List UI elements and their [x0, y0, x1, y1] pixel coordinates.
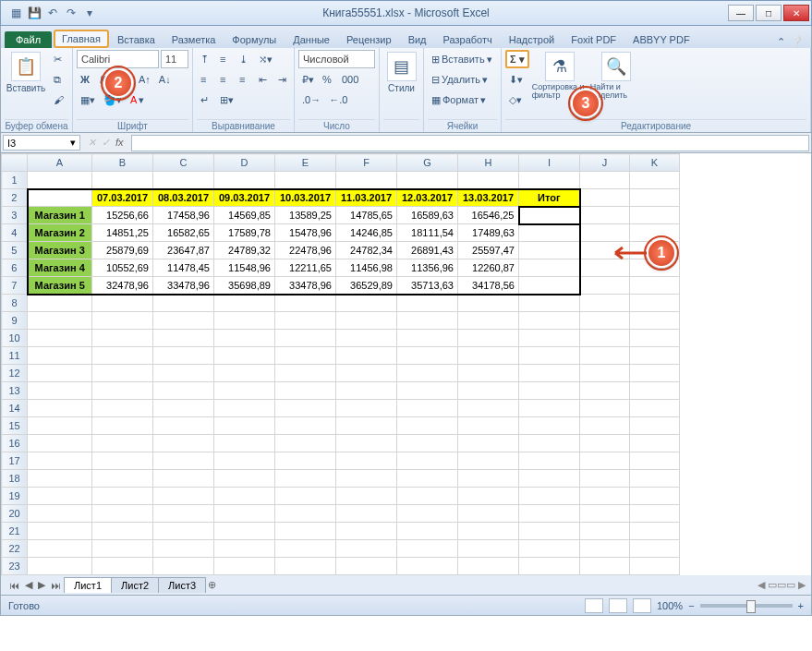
row-header-9[interactable]: 9: [2, 312, 28, 330]
row-header-22[interactable]: 22: [2, 540, 28, 558]
row-header-23[interactable]: 23: [2, 558, 28, 575]
cell-C2[interactable]: 08.03.2017: [153, 189, 214, 207]
cell-F13[interactable]: [336, 382, 397, 400]
cell-B11[interactable]: [92, 347, 153, 365]
cell-E2[interactable]: 10.03.2017: [275, 189, 336, 207]
row-header-1[interactable]: 1: [2, 172, 28, 189]
cell-K16[interactable]: [630, 435, 680, 452]
tab-abbyy[interactable]: ABBYY PDF: [624, 30, 698, 48]
cell-D6[interactable]: 11548,96: [214, 259, 275, 277]
cell-F7[interactable]: 36529,89: [336, 277, 397, 295]
cell-C22[interactable]: [153, 540, 214, 558]
save-icon[interactable]: 💾: [27, 6, 42, 20]
cell-B15[interactable]: [92, 417, 153, 435]
align-left-button[interactable]: ≡: [197, 70, 215, 89]
row-header-17[interactable]: 17: [2, 452, 28, 470]
cell-A17[interactable]: [28, 452, 92, 470]
increase-decimal-button[interactable]: .0→: [298, 90, 324, 109]
cell-G18[interactable]: [397, 470, 458, 488]
cell-F3[interactable]: 14785,65: [336, 207, 397, 224]
cell-H5[interactable]: 25597,47: [458, 242, 519, 259]
cell-E14[interactable]: [275, 400, 336, 417]
fill-button[interactable]: ⬇▾: [505, 70, 529, 89]
cell-J9[interactable]: [580, 312, 630, 330]
cell-B23[interactable]: [92, 558, 153, 575]
cell-H15[interactable]: [458, 417, 519, 435]
column-header-J[interactable]: J: [580, 154, 630, 172]
row-header-19[interactable]: 19: [2, 488, 28, 505]
cell-D5[interactable]: 24789,32: [214, 242, 275, 259]
cell-E1[interactable]: [275, 172, 336, 189]
cell-E12[interactable]: [275, 365, 336, 382]
cell-F12[interactable]: [336, 365, 397, 382]
cell-K2[interactable]: [630, 189, 680, 207]
tab-developer[interactable]: Разработч: [435, 30, 501, 48]
cell-A3[interactable]: Магазин 1: [28, 207, 92, 224]
cell-J19[interactable]: [580, 488, 630, 505]
cell-H22[interactable]: [458, 540, 519, 558]
cell-B17[interactable]: [92, 452, 153, 470]
tab-addins[interactable]: Надстрой: [501, 30, 563, 48]
sheet-nav-first-icon[interactable]: ⏮: [6, 580, 22, 591]
cell-F4[interactable]: 14246,85: [336, 224, 397, 242]
new-sheet-icon[interactable]: ⊕: [205, 579, 219, 591]
cell-J2[interactable]: [580, 189, 630, 207]
align-center-button[interactable]: ≡: [216, 70, 235, 89]
cell-H9[interactable]: [458, 312, 519, 330]
cell-D13[interactable]: [214, 382, 275, 400]
enter-icon[interactable]: ✓: [102, 137, 110, 149]
cell-H13[interactable]: [458, 382, 519, 400]
fx-icon[interactable]: fx: [115, 137, 124, 149]
styles-button[interactable]: ▤ Стили: [383, 50, 419, 93]
cell-G22[interactable]: [397, 540, 458, 558]
cell-G2[interactable]: 12.03.2017: [397, 189, 458, 207]
cell-H2[interactable]: 13.03.2017: [458, 189, 519, 207]
cell-F21[interactable]: [336, 523, 397, 540]
indent-inc-button[interactable]: ⇥: [274, 70, 293, 89]
cell-J13[interactable]: [580, 382, 630, 400]
cancel-icon[interactable]: ✕: [88, 137, 96, 149]
cell-K13[interactable]: [630, 382, 680, 400]
tab-insert[interactable]: Вставка: [109, 30, 164, 48]
number-format-combo[interactable]: Числовой: [298, 50, 375, 68]
cell-C14[interactable]: [153, 400, 214, 417]
cell-I7[interactable]: [519, 277, 580, 295]
cell-J18[interactable]: [580, 470, 630, 488]
cell-J10[interactable]: [580, 330, 630, 347]
column-header-I[interactable]: I: [519, 154, 580, 172]
cell-C6[interactable]: 11478,45: [153, 259, 214, 277]
cell-F16[interactable]: [336, 435, 397, 452]
column-header-H[interactable]: H: [458, 154, 519, 172]
cell-F9[interactable]: [336, 312, 397, 330]
cell-I18[interactable]: [519, 470, 580, 488]
sheet-tab-2[interactable]: Лист2: [111, 577, 159, 593]
cell-K23[interactable]: [630, 558, 680, 575]
font-size-combo[interactable]: 11: [161, 50, 188, 68]
cell-K18[interactable]: [630, 470, 680, 488]
cell-F11[interactable]: [336, 347, 397, 365]
cell-I23[interactable]: [519, 558, 580, 575]
cell-J12[interactable]: [580, 365, 630, 382]
cell-J21[interactable]: [580, 523, 630, 540]
cell-B10[interactable]: [92, 330, 153, 347]
cell-H17[interactable]: [458, 452, 519, 470]
cell-K12[interactable]: [630, 365, 680, 382]
sheet-nav-last-icon[interactable]: ⏭: [48, 580, 64, 591]
select-all-corner[interactable]: [2, 154, 28, 172]
column-header-E[interactable]: E: [275, 154, 336, 172]
cell-B6[interactable]: 10552,69: [92, 259, 153, 277]
cell-G3[interactable]: 16589,63: [397, 207, 458, 224]
cell-I19[interactable]: [519, 488, 580, 505]
cell-C15[interactable]: [153, 417, 214, 435]
currency-button[interactable]: ₽▾: [298, 70, 318, 89]
cell-F5[interactable]: 24782,34: [336, 242, 397, 259]
cell-F1[interactable]: [336, 172, 397, 189]
cell-D17[interactable]: [214, 452, 275, 470]
cell-J4[interactable]: [580, 224, 630, 242]
cell-B8[interactable]: [92, 295, 153, 312]
cell-E10[interactable]: [275, 330, 336, 347]
cell-H1[interactable]: [458, 172, 519, 189]
cell-H8[interactable]: [458, 295, 519, 312]
row-header-7[interactable]: 7: [2, 277, 28, 295]
tab-data[interactable]: Данные: [285, 30, 338, 48]
